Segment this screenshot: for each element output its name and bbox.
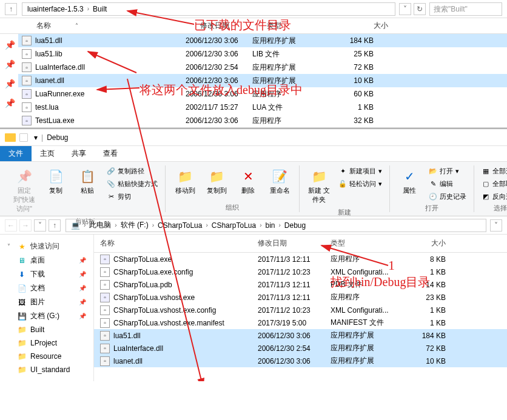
col-date-header[interactable]: 修改日期 <box>258 238 331 248</box>
copy-to-button[interactable]: 📁复制到 <box>202 165 231 198</box>
file-row[interactable]: ▫ CSharpToLua.vshost.exe.manifest 2017/3… <box>94 316 507 329</box>
file-icon: ▫ <box>22 49 32 59</box>
nav-up-button[interactable]: ↑ <box>49 219 61 232</box>
properties-button[interactable]: ✓属性 <box>395 165 424 198</box>
crumb-1[interactable]: Built <box>93 5 107 13</box>
select-none-button[interactable]: ▢全部取消 <box>479 178 507 190</box>
ribbon: 📌 固定到"快速访问" 📄 复制 📋 粘贴 🔗复制路径 📎粘贴快捷方式 ✂剪切 <box>0 162 507 216</box>
file-size: 72 KB <box>409 344 446 353</box>
file-icon: ▫ <box>100 356 110 366</box>
sidebar-quick-access[interactable]: ˅ ★ 快速访问 <box>2 239 91 253</box>
tab-share[interactable]: 共享 <box>63 146 95 161</box>
cut-button[interactable]: ✂剪切 <box>104 191 160 202</box>
file-row[interactable]: ▫ CSharpToLua.vshost.exe 2017/11/3 12:11… <box>94 291 507 304</box>
crumb[interactable]: CSharpToLua <box>158 221 202 230</box>
group-label: 选择 <box>494 204 507 213</box>
copyto-icon: 📁 <box>208 168 225 185</box>
file-name: luanet.dll <box>35 76 186 85</box>
col-size-header[interactable]: 大小 <box>346 21 388 31</box>
copy-button[interactable]: 📄 复制 <box>41 165 70 198</box>
file-size: 60 KB <box>331 90 374 98</box>
pin-quick-access-button[interactable]: 📌 固定到"快速访问" <box>10 165 39 216</box>
history-button[interactable]: 🕘历史记录 <box>426 191 469 202</box>
file-name: CSharpToLua.exe.config <box>113 268 258 276</box>
file-row[interactable]: ▫ lua51.dll 2006/12/30 3:06 应用程序扩展 184 K… <box>18 34 507 47</box>
file-row[interactable]: ▫ CSharpToLua.exe.config 2017/11/2 10:23… <box>94 265 507 278</box>
file-row[interactable]: ▫ LuaInterface.dll 2006/12/30 2:54 应用程序扩… <box>18 61 507 74</box>
search-input-top[interactable]: 搜索"Built" <box>429 2 502 16</box>
dropdown-button[interactable]: ˅ <box>490 219 502 232</box>
quick-down-icon[interactable]: ▾ <box>34 133 38 142</box>
sidebar-downloads[interactable]: ⬇下载📌 <box>2 267 91 281</box>
crumb[interactable]: 此电脑 <box>89 220 111 230</box>
breadcrumb-bottom[interactable]: 💻 › 此电脑› 软件 (F:)› CSharpToLua› CSharpToL… <box>65 219 486 232</box>
new-item-button[interactable]: ✦新建项目 ▾ <box>336 165 384 177</box>
crumb[interactable]: bin <box>266 221 275 230</box>
crumb[interactable]: CSharpToLua <box>212 221 256 230</box>
nav-back-button[interactable]: ← <box>5 219 17 232</box>
paste-button[interactable]: 📋 粘贴 <box>73 165 102 198</box>
new-item-icon: ✦ <box>338 167 347 176</box>
file-row[interactable]: ▫ luanet.dll 2006/12/30 3:06 应用程序扩展 10 K… <box>94 355 507 367</box>
nav-forward-button[interactable]: → <box>19 219 32 232</box>
file-row[interactable]: ▫ LuaInterface.dll 2006/12/30 2:54 应用程序扩… <box>94 342 507 355</box>
crumb-0[interactable]: luainterface-1.5.3 <box>27 5 84 13</box>
sidebar-lproject[interactable]: 📁LProject <box>2 336 91 350</box>
file-row[interactable]: ▫ test.lua 2002/11/7 15:27 LUA 文件 1 KB <box>18 101 507 114</box>
col-size-header[interactable]: 大小 <box>409 238 446 248</box>
nav-down-button[interactable]: ˅ <box>34 219 46 232</box>
col-date-header[interactable]: 修改日期 <box>200 21 267 31</box>
file-size: 25 KB <box>331 50 374 58</box>
expand-icon[interactable]: ˅ <box>7 243 13 250</box>
invert-selection-button[interactable]: ◩反向选择 <box>479 191 507 202</box>
sidebar-docs-g[interactable]: 💾文档 (G:)📌 <box>2 309 91 323</box>
breadcrumb-top[interactable]: luainterface-1.5.3 › Built <box>22 2 395 16</box>
tab-home[interactable]: 主页 <box>32 146 63 161</box>
file-name: LuaRunner.exe <box>35 90 186 98</box>
refresh-button[interactable]: ↻ <box>414 3 426 15</box>
new-folder-icon: 📁 <box>311 168 327 185</box>
paste-shortcut-button[interactable]: 📎粘贴快捷方式 <box>104 178 160 190</box>
file-row[interactable]: ▫ CSharpToLua.vshost.exe.config 2017/11/… <box>94 304 507 316</box>
sidebar-desktop[interactable]: 🖥桌面📌 <box>2 253 91 267</box>
file-row[interactable]: ▫ lua51.lib 2006/12/30 3:06 LIB 文件 25 KB <box>18 47 507 61</box>
pin-icon[interactable]: 📌 <box>5 40 23 50</box>
nav-up-button[interactable]: ↑ <box>5 3 17 15</box>
file-icon: ▫ <box>22 102 32 112</box>
sidebar-ui-standard[interactable]: 📁UI_standard <box>2 363 91 376</box>
col-type-header[interactable]: 类型 <box>267 21 346 31</box>
file-row[interactable]: ▫ luanet.dll 2006/12/30 3:06 应用程序扩展 10 K… <box>18 74 507 87</box>
file-date: 2002/11/7 15:27 <box>186 103 252 112</box>
dropdown-button[interactable]: ˅ <box>399 3 411 15</box>
file-row[interactable]: ▫ lua51.dll 2006/12/30 3:06 应用程序扩展 184 K… <box>94 329 507 342</box>
col-name-header[interactable]: 名称˄ <box>36 21 200 31</box>
pin-icon[interactable]: 📌 <box>5 79 23 88</box>
file-name: CSharpToLua.pdb <box>113 281 258 289</box>
file-row[interactable]: ▫ CSharpToLua.pdb 2017/11/3 12:11 PDB 文件… <box>94 278 507 291</box>
col-name-header[interactable]: 名称 <box>100 238 258 248</box>
pin-icon[interactable]: 📌 <box>5 98 23 108</box>
pin-icon[interactable]: 📌 <box>5 59 23 69</box>
edit-button[interactable]: ✎编辑 <box>426 178 469 190</box>
copy-path-button[interactable]: 🔗复制路径 <box>104 165 160 177</box>
file-row[interactable]: ▫ CSharpToLua.exe 2017/11/3 12:11 应用程序 8… <box>94 253 507 265</box>
col-type-header[interactable]: 类型 <box>331 238 409 248</box>
rename-button[interactable]: 📝重命名 <box>265 165 294 198</box>
easy-access-button[interactable]: 🔓轻松访问 ▾ <box>336 178 384 190</box>
move-to-button[interactable]: 📁移动到 <box>170 165 200 198</box>
sidebar-pictures[interactable]: 🖼图片📌 <box>2 295 91 309</box>
crumb[interactable]: Debug <box>284 221 306 230</box>
file-row[interactable]: ▫ LuaRunner.exe 2006/12/30 3:06 应用程序 60 … <box>18 87 507 101</box>
crumb[interactable]: 软件 (F:) <box>121 220 149 230</box>
open-button[interactable]: 📂打开 ▾ <box>426 165 469 177</box>
sidebar-documents[interactable]: 📄文档📌 <box>2 281 91 295</box>
tab-view[interactable]: 查看 <box>95 146 126 161</box>
sidebar: ˅ ★ 快速访问 🖥桌面📌 ⬇下载📌 📄文档📌 🖼图片📌 💾文档 (G:)📌 📁… <box>0 235 94 381</box>
file-row[interactable]: ▫ TestLua.exe 2006/12/30 3:06 应用程序 32 KB <box>18 114 507 127</box>
sidebar-built[interactable]: 📁Built <box>2 323 91 336</box>
delete-button[interactable]: ✕删除 <box>233 165 263 198</box>
new-folder-button[interactable]: 📁新建 文件夹 <box>304 165 334 207</box>
select-all-button[interactable]: ▦全部选择 <box>479 165 507 177</box>
sidebar-resource[interactable]: 📁Resource <box>2 350 91 363</box>
tab-file[interactable]: 文件 <box>0 146 32 161</box>
